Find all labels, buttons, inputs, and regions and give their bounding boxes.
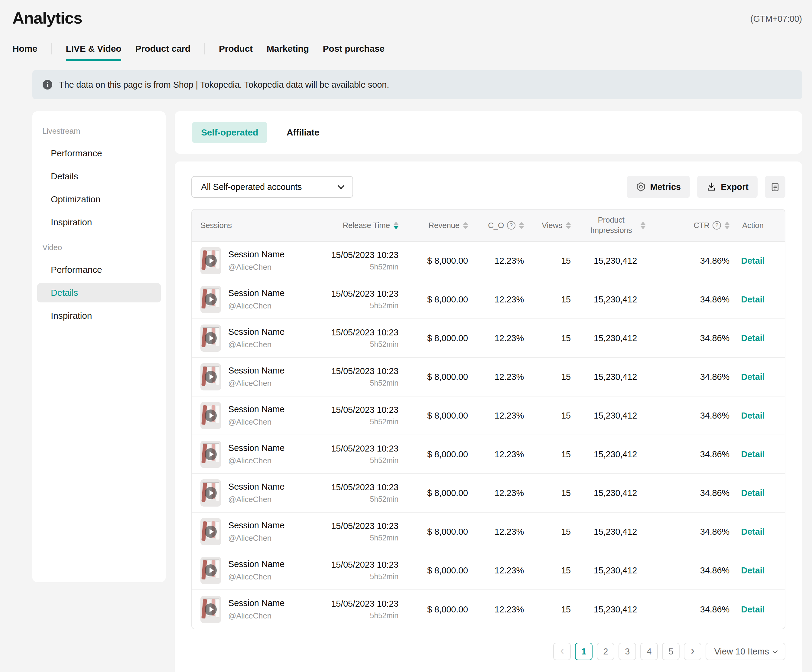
metrics-button[interactable]: Metrics	[627, 176, 690, 198]
sort-icon[interactable]	[519, 222, 524, 229]
detail-link[interactable]: Detail	[741, 294, 765, 304]
action-cell: Detail	[730, 256, 776, 266]
session-handle: @AliceChen	[228, 417, 285, 427]
detail-link[interactable]: Detail	[741, 372, 765, 382]
session-thumbnail[interactable]	[200, 363, 221, 390]
session-thumbnail[interactable]	[200, 402, 221, 429]
info-banner: i The data on this page is from Shop | T…	[32, 70, 802, 99]
export-button[interactable]: Export	[697, 176, 757, 198]
help-icon[interactable]: ?	[507, 221, 515, 229]
release-time-lines: 15/05/2023 10:235h52min	[321, 250, 398, 271]
session-text: Session Name@AliceChen	[228, 327, 285, 349]
table-row: Session Name@AliceChen15/05/2023 10:235h…	[192, 242, 785, 280]
settings-nut-icon	[636, 182, 646, 192]
detail-link[interactable]: Detail	[741, 450, 765, 459]
action-cell: Detail	[730, 411, 776, 421]
page-size-select[interactable]: View 10 Items	[706, 643, 785, 660]
sort-icon[interactable]	[463, 222, 468, 229]
sort-asc-icon	[641, 222, 645, 225]
co-cell: 12.23%	[468, 372, 524, 382]
column-header-c-o[interactable]: C_O?	[468, 221, 524, 230]
column-label: Action	[742, 221, 764, 230]
release-time-lines: 15/05/2023 10:235h52min	[321, 599, 398, 620]
detail-link[interactable]: Detail	[741, 256, 765, 266]
nav-item-home[interactable]: Home	[12, 44, 38, 54]
sessions-card: All Self-operated accounts Metrics	[175, 161, 802, 672]
sidebar-item-livestream-inspiration[interactable]: Inspiration	[37, 213, 161, 232]
detail-link[interactable]: Detail	[741, 566, 765, 576]
nav-item-post-purchase[interactable]: Post purchase	[323, 44, 384, 54]
metrics-label: Metrics	[650, 182, 681, 192]
column-header-revenue[interactable]: Revenue	[398, 221, 468, 230]
session-thumbnail[interactable]	[200, 518, 221, 545]
sort-icon[interactable]	[725, 222, 730, 229]
detail-link[interactable]: Detail	[741, 605, 765, 614]
tab-self-operated[interactable]: Self-operated	[192, 122, 267, 143]
account-filter-select[interactable]: All Self-operated accounts	[191, 176, 353, 198]
sidebar-item-video-inspiration[interactable]: Inspiration	[37, 306, 161, 325]
column-header-product-impressions[interactable]: Product Impressions	[571, 215, 660, 236]
pagination-page-3[interactable]: 3	[619, 643, 636, 660]
session-name: Session Name	[228, 327, 285, 337]
session-thumbnail[interactable]	[200, 441, 221, 468]
sidebar-item-video-details[interactable]: Details	[37, 283, 161, 303]
nav-item-live-video[interactable]: LIVE & Video	[66, 44, 121, 54]
chevron-right-icon: ›	[691, 645, 694, 656]
revenue-cell: $ 8,000.00	[398, 372, 468, 382]
session-thumbnail[interactable]	[200, 325, 221, 352]
sort-asc-icon	[725, 222, 730, 225]
tab-affiliate[interactable]: Affiliate	[287, 127, 319, 138]
sidebar-item-video-performance[interactable]: Performance	[37, 260, 161, 279]
help-icon[interactable]: ?	[713, 221, 721, 229]
table-row: Session Name@AliceChen15/05/2023 10:235h…	[192, 280, 785, 319]
release-time: 15/05/2023 10:23	[331, 366, 398, 376]
views-cell: 15	[524, 450, 571, 459]
co-cell: 12.23%	[468, 605, 524, 614]
session-name: Session Name	[228, 598, 285, 608]
sidebar-item-livestream-details[interactable]: Details	[37, 167, 161, 186]
table-body: Session Name@AliceChen15/05/2023 10:235h…	[192, 242, 785, 629]
report-button[interactable]	[765, 176, 785, 198]
session-thumbnail[interactable]	[200, 596, 221, 623]
session-name: Session Name	[228, 366, 285, 376]
nav-item-product[interactable]: Product	[219, 44, 253, 54]
session-thumbnail[interactable]	[200, 479, 221, 506]
views-cell: 15	[524, 527, 571, 537]
pagination-page-2[interactable]: 2	[597, 643, 614, 660]
sort-icon[interactable]	[394, 222, 398, 229]
pagination-next-button[interactable]: ›	[684, 643, 701, 660]
sort-icon[interactable]	[566, 222, 571, 229]
co-cell: 12.23%	[468, 527, 524, 537]
sort-icon[interactable]	[641, 222, 645, 229]
session-cell: Session Name@AliceChen	[200, 596, 321, 623]
pagination-page-4[interactable]: 4	[640, 643, 658, 660]
column-header-views[interactable]: Views	[524, 221, 571, 230]
play-icon	[205, 255, 217, 267]
session-thumbnail[interactable]	[200, 247, 221, 274]
revenue-cell: $ 8,000.00	[398, 605, 468, 614]
sidebar-item-livestream-performance[interactable]: Performance	[37, 144, 161, 163]
detail-link[interactable]: Detail	[741, 488, 765, 498]
sidebar-item-livestream-optimization[interactable]: Optimization	[37, 190, 161, 209]
views-cell: 15	[524, 566, 571, 576]
nav-item-marketing[interactable]: Marketing	[267, 44, 309, 54]
release-time-cell: 15/05/2023 10:235h52min	[321, 444, 398, 465]
column-header-release-time[interactable]: Release Time	[321, 221, 398, 230]
session-name: Session Name	[228, 250, 285, 260]
release-time-lines: 15/05/2023 10:235h52min	[321, 560, 398, 581]
detail-link[interactable]: Detail	[741, 333, 765, 343]
release-time-cell: 15/05/2023 10:235h52min	[321, 405, 398, 426]
detail-link[interactable]: Detail	[741, 527, 765, 537]
views-cell: 15	[524, 372, 571, 382]
duration: 5h52min	[370, 611, 399, 620]
views-cell: 15	[524, 411, 571, 421]
pagination-page-1[interactable]: 1	[575, 643, 592, 660]
product-impressions-cell: 15,230,412	[571, 333, 660, 343]
detail-link[interactable]: Detail	[741, 411, 765, 421]
pagination-page-5[interactable]: 5	[662, 643, 680, 660]
session-thumbnail[interactable]	[200, 557, 221, 584]
play-icon	[205, 293, 217, 306]
nav-item-product-card[interactable]: Product card	[135, 44, 191, 54]
column-header-ctr[interactable]: CTR?	[660, 221, 730, 230]
session-thumbnail[interactable]	[200, 286, 221, 313]
